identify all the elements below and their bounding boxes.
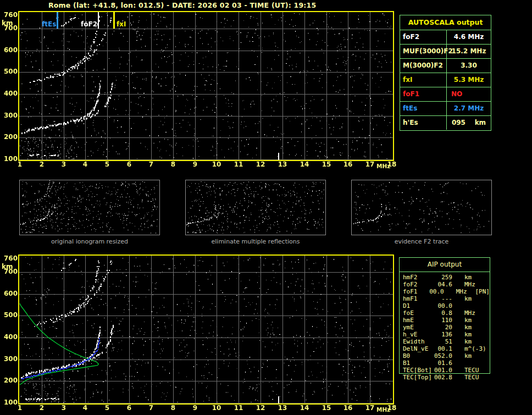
aip-row-D1: D100.0 <box>403 302 490 309</box>
panel-caption-eliminate: eliminate multiple reflections <box>185 238 326 245</box>
x-axis-unit: MHz <box>376 163 390 169</box>
aip-name: hmF2 <box>403 274 434 281</box>
y-axis-unit: km <box>2 20 13 26</box>
x-tick-label: 10 <box>210 161 223 168</box>
x-tick-label: 7 <box>145 405 157 412</box>
autoscala-value: 095 km <box>447 116 491 130</box>
x-tick-label: 9 <box>189 405 201 412</box>
x-tick-label: 14 <box>298 405 311 412</box>
y-tick-label: 600 <box>1 47 18 54</box>
x-tick-label: 8 <box>167 161 179 168</box>
aip-val: 002.8 <box>434 374 452 381</box>
autoscala-value: 2.7 MHz <box>447 102 491 115</box>
aip-unit: m^(-3) <box>464 345 478 352</box>
y-tick-label: 760 <box>1 255 18 262</box>
autoscala-table-title: AUTOSCALA output <box>400 15 491 30</box>
aip-unit: MHz <box>456 288 468 295</box>
y-tick-label: 300 <box>1 112 18 119</box>
aip-name: ymE <box>403 324 434 331</box>
x-tick-label: 14 <box>298 161 311 168</box>
aip-unit: TECU <box>464 374 478 381</box>
aip-name: Ewidth <box>403 338 434 345</box>
y-tick-label: 400 <box>1 90 18 97</box>
ionogram-aip-canvas <box>19 256 393 403</box>
aip-row-foE: foE0.8MHz <box>403 309 490 317</box>
aip-name: B0 <box>403 352 434 359</box>
x-tick-label: 4 <box>79 405 91 412</box>
aip-val: 51 <box>434 338 452 345</box>
y-tick-label: 100 <box>1 156 18 163</box>
aip-unit: km <box>464 352 478 359</box>
x-tick-label: 1 <box>14 161 26 168</box>
x-tick-label: 16 <box>342 405 354 412</box>
aip-unit <box>464 359 478 367</box>
x-tick-label: 3 <box>58 161 70 168</box>
ionogram-main-plot <box>18 11 394 161</box>
x-tick-label: 12 <box>254 161 267 168</box>
aip-val: 20 <box>434 324 452 331</box>
aip-row-B0: B0052.0km <box>403 352 490 359</box>
x-tick-label: 2 <box>36 405 48 412</box>
aip-row-hmE: hmE110km <box>403 317 490 324</box>
aip-name: hmF1 <box>403 295 434 302</box>
y-tick-label: 760 <box>1 12 18 19</box>
aip-name: D1 <box>403 302 434 309</box>
panel-original-canvas <box>20 180 159 235</box>
aip-unit: km <box>464 324 478 331</box>
x-tick-label: 6 <box>123 405 135 412</box>
aip-row-foF1: foF100.0MHz[PN] <box>403 288 490 295</box>
panel-evidence-f2 <box>351 180 492 235</box>
autoscala-value: 3.30 <box>447 59 491 73</box>
autoscala-value: 15.2 MHz <box>447 45 491 58</box>
x-tick-label: 13 <box>276 405 289 412</box>
x-tick-label: 5 <box>101 161 113 168</box>
autoscala-label: MUF(3000)F2 <box>400 45 447 58</box>
x-tick-label: 6 <box>123 161 135 168</box>
aip-row-TECTop: TEC[Top]002.8TECU <box>403 374 490 381</box>
page-title: Rome (lat: +41.8, lon: 012.5) - DATE: 20… <box>48 1 316 9</box>
aip-table: AIP output hmF2259kmfoF204.6MHzfoF100.0M… <box>399 257 490 374</box>
aip-val: 259 <box>434 274 452 281</box>
y-tick-label: 600 <box>1 290 18 297</box>
aip-unit: TECU <box>464 367 478 374</box>
autoscala-value: 5.3 MHz <box>447 73 491 87</box>
x-tick-label: 15 <box>320 405 332 412</box>
x-tick-label: 7 <box>145 161 157 168</box>
autoscala-row-foF2: foF2 4.6 MHz <box>400 30 491 44</box>
aip-unit: km <box>464 331 478 338</box>
y-tick-label: 500 <box>1 312 18 319</box>
y-tick-label: 700 <box>1 25 18 32</box>
aip-unit: km <box>464 274 478 281</box>
autoscala-label: foF1 <box>400 87 447 101</box>
panel-caption-evidence: evidence F2 trace <box>351 238 492 245</box>
aip-row-B1: B101.6 <box>403 359 490 367</box>
aip-name: B1 <box>403 359 434 367</box>
x-tick-label: 16 <box>342 161 354 168</box>
x-tick-label: 2 <box>36 161 48 168</box>
y-tick-label: 100 <box>1 399 18 406</box>
aip-val: 00.1 <box>434 345 452 352</box>
y-tick-label: 300 <box>1 356 18 363</box>
aip-unit: MHz <box>464 309 478 317</box>
panel-eliminate-canvas <box>186 180 325 235</box>
autoscala-label: ftEs <box>400 102 447 115</box>
autoscala-row-foF1: foF1 NO <box>400 87 491 101</box>
autoscala-row-M3000: M(3000)F2 3.30 <box>400 58 491 73</box>
autoscala-value: 4.6 MHz <box>447 30 491 44</box>
x-tick-label: 15 <box>320 161 332 168</box>
aip-name: foF1 <box>403 288 429 295</box>
x-tick-label: 11 <box>232 161 245 168</box>
autoscala-value: NO <box>447 87 491 101</box>
aip-val: 136 <box>434 331 452 338</box>
aip-unit: km <box>464 338 478 345</box>
aip-row-TECBot: TEC[Bot]001.0TECU <box>403 367 490 374</box>
aip-name: DelN_vE <box>403 345 434 352</box>
x-tick-label: 10 <box>210 405 223 412</box>
aip-unit <box>464 302 478 309</box>
y-tick-label: 700 <box>1 268 18 275</box>
x-tick-label: 4 <box>79 161 91 168</box>
aip-table-title: AIP output <box>400 258 490 272</box>
ionogram-main-canvas <box>19 12 393 160</box>
aip-val: 04.6 <box>434 281 452 288</box>
x-tick-label: 3 <box>58 405 70 412</box>
